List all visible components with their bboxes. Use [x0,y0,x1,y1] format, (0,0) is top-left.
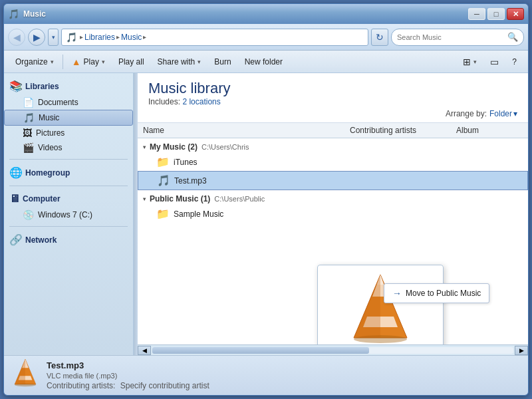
main-content: 📚 Libraries 📄 Documents 🎵 Music 🖼 Pictur… [4,73,528,355]
libraries-icon: 📚 [9,80,23,92]
sidebar-item-documents[interactable]: 📄 Documents [4,95,133,110]
computer-icon: 🖥 [9,193,20,205]
list-item[interactable]: 📁 Sample Music [138,205,528,223]
address-path: ▸ Libraries ▸ Music ▸ [80,33,146,42]
minimize-button[interactable]: ─ [468,8,485,20]
drive-icon: 💿 [23,209,34,220]
refresh-button[interactable]: ↻ [371,29,388,46]
scroll-right-button[interactable]: ▶ [515,346,528,355]
move-tooltip: → Move to Public Music [384,283,489,303]
burn-button[interactable]: Burn [208,53,237,70]
status-meta: Contributing artists: Specify contributi… [47,381,209,390]
status-filename: Test.mp3 [47,360,209,370]
new-folder-button[interactable]: New folder [239,53,289,70]
status-filetype: VLC media file (.mp3) [47,372,209,380]
address-bar[interactable]: 🎵 ▸ Libraries ▸ Music ▸ [61,29,368,46]
address-arrow-2: ▸ [116,33,120,41]
public-music-group-header: ▾ Public Music (1) C:\Users\Public [138,190,528,205]
col-artists-header[interactable]: Contributing artists [350,126,456,135]
status-file-icon [12,358,39,393]
window-icon: 🎵 [8,9,19,19]
column-headers: Name Contributing artists Album [138,123,528,138]
sidebar-item-videos[interactable]: 🎬 Videos [4,140,133,155]
view-icon: ⊞ [463,57,471,67]
sidebar-item-win7[interactable]: 💿 Windows 7 (C:) [4,207,133,222]
computer-section: 🖥 Computer 💿 Windows 7 (C:) [4,190,133,222]
help-button[interactable]: ? [506,53,523,70]
locations-link[interactable]: 2 locations [182,97,220,106]
libraries-header[interactable]: 📚 Libraries [4,77,133,95]
library-title: Music library [148,80,517,97]
vlc-file-icon: 🎵 [157,174,170,187]
scroll-left-button[interactable]: ◀ [138,346,151,355]
homegroup-header[interactable]: 🌐 Homegroup [4,164,133,182]
sidebar-item-pictures[interactable]: 🖼 Pictures [4,126,133,140]
file-list: ▾ My Music (2) C:\Users\Chris 📁 iTunes 🎵… [138,138,528,344]
svg-marker-5 [354,275,380,338]
address-arrow-3: ▸ [143,33,146,41]
nav-bar: ◀ ▶ ▾ 🎵 ▸ Libraries ▸ Music ▸ ↻ 🔍 [4,24,528,51]
maximize-button[interactable]: □ [487,8,505,20]
col-album-header[interactable]: Album [456,126,523,135]
horizontal-scrollbar[interactable]: ◀ ▶ [138,344,528,355]
sidebar: 📚 Libraries 📄 Documents 🎵 Music 🖼 Pictur… [4,73,134,355]
scroll-thumb[interactable] [152,347,369,354]
search-box[interactable]: 🔍 [391,29,524,46]
search-input[interactable] [397,33,505,41]
sidebar-divider-3 [9,226,128,227]
organize-chevron-icon: ▾ [51,59,54,65]
title-bar: 🎵 Music ─ □ ✕ [4,4,528,24]
address-arrow-1: ▸ [80,33,83,41]
arrange-button[interactable]: Folder ▾ [489,109,517,118]
list-item[interactable]: 📁 iTunes [138,153,528,171]
play-icon: ▲ [72,57,81,67]
homegroup-icon: 🌐 [9,166,23,179]
library-subtitle: Includes: 2 locations [148,97,517,106]
status-bar: Test.mp3 VLC media file (.mp3) Contribut… [4,355,528,395]
move-label: Move to Public Music [406,289,481,298]
vlc-cone-icon [347,271,414,344]
view-button[interactable]: ⊞ ▾ [457,53,483,70]
address-bar-icon: 🎵 [66,32,77,43]
col-name-header[interactable]: Name [143,126,350,135]
group-triangle-icon: ▾ [143,144,146,150]
network-header[interactable]: 🔗 Network [4,231,133,249]
preview-pane-button[interactable]: ▭ [484,53,505,70]
folder-icon: 📁 [156,156,170,168]
documents-icon: 📄 [23,97,34,108]
videos-icon: 🎬 [23,142,34,153]
status-vlc-icon [12,358,39,387]
network-section: 🔗 Network [4,231,133,249]
play-chevron-icon: ▾ [102,59,105,65]
close-button[interactable]: ✕ [507,8,524,20]
search-icon: 🔍 [507,32,518,42]
sidebar-divider-1 [9,159,128,160]
address-music: Music [121,33,142,42]
window-controls: ─ □ ✕ [468,8,524,20]
pictures-icon: 🖼 [23,128,32,138]
back-button[interactable]: ◀ [8,29,25,46]
view-chevron-icon: ▾ [473,59,477,65]
scroll-track [152,347,513,354]
share-with-button[interactable]: Share with ▾ [152,53,207,70]
network-icon: 🔗 [9,233,23,246]
sidebar-item-music[interactable]: 🎵 Music [4,110,133,126]
content-panel: Music library Includes: 2 locations Arra… [138,73,528,355]
address-libraries: Libraries [84,33,115,42]
explorer-window: 🎵 Music ─ □ ✕ ◀ ▶ ▾ 🎵 ▸ Libraries ▸ Musi… [3,3,529,396]
arrange-bar: Arrange by: Folder ▾ [148,109,517,118]
play-button[interactable]: ▲ Play ▾ [66,53,111,70]
group-triangle-icon-2: ▾ [143,196,146,202]
vlc-drag-overlay [317,265,444,344]
music-icon: 🎵 [23,112,35,123]
toolbar-separator-1 [63,55,63,69]
nav-dropdown-button[interactable]: ▾ [48,29,59,46]
title-bar-left: 🎵 Music [8,9,46,19]
list-item[interactable]: 🎵 Test.mp3 [138,171,528,190]
content-header: Music library Includes: 2 locations Arra… [138,73,528,123]
organize-button[interactable]: Organize ▾ [9,53,60,70]
toolbar: Organize ▾ ▲ Play ▾ Play all Share with … [4,51,528,73]
computer-header[interactable]: 🖥 Computer [4,190,133,207]
play-all-button[interactable]: Play all [112,53,150,70]
forward-button[interactable]: ▶ [28,29,45,46]
